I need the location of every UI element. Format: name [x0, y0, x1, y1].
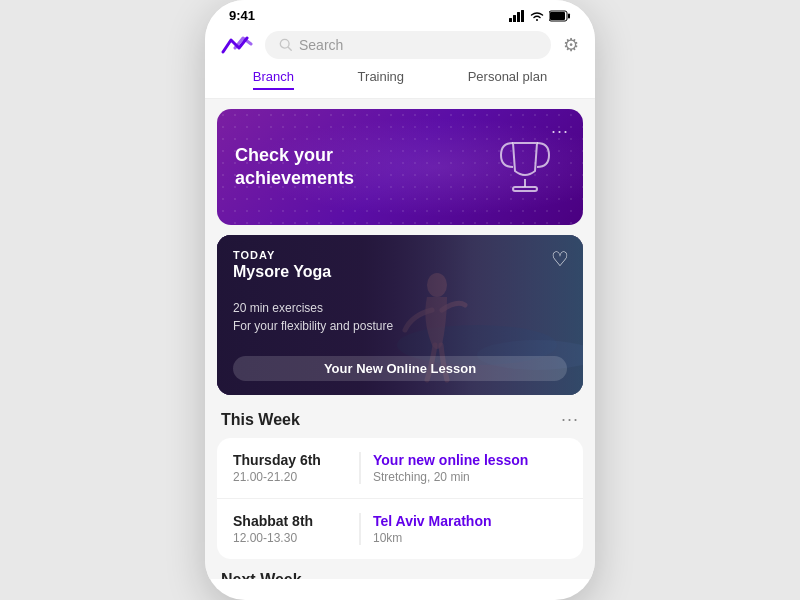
signal-icon: [509, 10, 525, 22]
achievements-card[interactable]: Check your achievements ···: [217, 109, 583, 225]
tab-branch[interactable]: Branch: [253, 65, 294, 90]
battery-icon: [549, 10, 571, 22]
this-week-more[interactable]: ···: [561, 409, 579, 430]
schedule-name: Tel Aviv Marathon: [373, 513, 567, 529]
svg-rect-10: [513, 187, 537, 191]
schedule-item[interactable]: Thursday 6th 21.00-21.20 Your new online…: [217, 438, 583, 499]
today-cta[interactable]: Your New Online Lesson: [233, 356, 567, 381]
schedule-time: 12.00-13.30: [233, 531, 343, 545]
svg-rect-0: [509, 18, 512, 22]
logo-icon: [221, 34, 253, 56]
schedule-date: Shabbat 8th 12.00-13.30: [233, 513, 343, 545]
svg-rect-1: [513, 15, 516, 22]
today-desc-line1: 20 min exercises: [233, 299, 567, 317]
schedule-name: Your new online lesson: [373, 452, 567, 468]
next-week-title: Next Week: [221, 571, 302, 579]
tab-training[interactable]: Training: [358, 65, 404, 90]
schedule-detail: 10km: [373, 531, 567, 545]
svg-rect-2: [517, 12, 520, 22]
svg-rect-5: [550, 12, 565, 20]
today-description: 20 min exercises For your flexibility an…: [233, 299, 567, 335]
tab-personal-plan[interactable]: Personal plan: [468, 65, 548, 90]
schedule-day: Shabbat 8th: [233, 513, 343, 529]
svg-rect-6: [568, 13, 570, 18]
status-bar: 9:41: [205, 0, 595, 27]
search-bar[interactable]: Search: [265, 31, 551, 59]
next-week-header: Next Week: [205, 559, 595, 579]
today-card[interactable]: ♡ TODAY Mysore Yoga 20 min exercises For…: [217, 235, 583, 395]
header: Search ⚙: [205, 27, 595, 65]
this-week-header: This Week ···: [205, 405, 595, 438]
search-placeholder: Search: [299, 37, 343, 53]
schedule-info: Tel Aviv Marathon 10km: [359, 513, 567, 545]
schedule-item[interactable]: Shabbat 8th 12.00-13.30 Tel Aviv Maratho…: [217, 499, 583, 559]
phone-frame: 9:41: [205, 0, 595, 600]
schedule-info: Your new online lesson Stretching, 20 mi…: [359, 452, 567, 484]
svg-line-8: [288, 47, 291, 50]
schedule-detail: Stretching, 20 min: [373, 470, 567, 484]
wifi-icon: [529, 10, 545, 22]
svg-rect-3: [521, 10, 524, 22]
status-icons: [509, 10, 571, 22]
this-week-title: This Week: [221, 411, 300, 429]
achievements-title: Check your achievements: [235, 144, 375, 191]
trophy-icon: [485, 127, 565, 207]
today-content: TODAY Mysore Yoga 20 min exercises For y…: [217, 235, 583, 395]
status-time: 9:41: [229, 8, 255, 23]
today-desc-line2: For your flexibility and posture: [233, 317, 567, 335]
today-label: TODAY: [233, 249, 567, 261]
nav-tabs: Branch Training Personal plan: [205, 65, 595, 99]
schedule-time: 21.00-21.20: [233, 470, 343, 484]
search-icon: [279, 38, 293, 52]
schedule-date: Thursday 6th 21.00-21.20: [233, 452, 343, 484]
schedule-day: Thursday 6th: [233, 452, 343, 468]
settings-icon[interactable]: ⚙: [563, 34, 579, 56]
today-title: Mysore Yoga: [233, 263, 567, 281]
main-content: Check your achievements ···: [205, 99, 595, 579]
this-week-list: Thursday 6th 21.00-21.20 Your new online…: [217, 438, 583, 559]
